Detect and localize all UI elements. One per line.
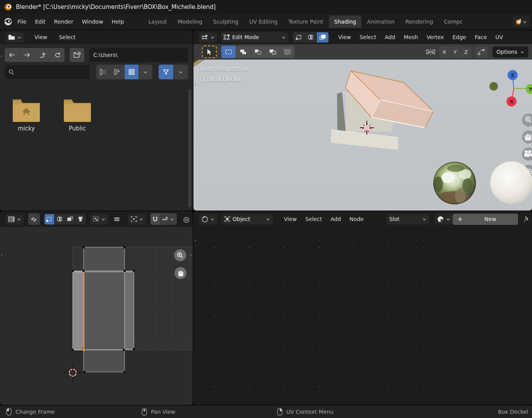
pivot-point-dropdown[interactable] [128, 214, 146, 224]
uv-island-select-button[interactable] [75, 214, 86, 224]
vp-menu-vertex[interactable]: Vertex [422, 33, 448, 42]
tab-shading[interactable]: Shading [329, 15, 362, 28]
vertex-select-mode-button[interactable] [293, 32, 304, 43]
mirror-y-button[interactable]: Y [450, 46, 460, 58]
select-mode-subtract-button[interactable] [250, 46, 265, 58]
forward-button[interactable] [19, 48, 34, 62]
filter-toggle-button[interactable] [159, 65, 173, 79]
panel-expand-arrow[interactable]: › [1, 252, 3, 257]
blender-app-icon[interactable] [3, 17, 13, 27]
shader-menu-select[interactable]: Select [301, 214, 326, 224]
select-mode-invert-button[interactable] [265, 46, 280, 58]
uv-zoom-button[interactable] [174, 249, 186, 261]
tab-uv-editing[interactable]: UV Editing [244, 15, 283, 28]
mirror-z-button[interactable]: Z [460, 46, 471, 58]
back-button[interactable] [5, 48, 19, 62]
shader-menu-add[interactable]: Add [326, 214, 345, 224]
vp-menu-mesh[interactable]: Mesh [400, 33, 423, 42]
menu-edit[interactable]: Edit [31, 17, 50, 27]
snap-settings-dropdown[interactable] [159, 214, 177, 224]
zoom-button[interactable] [522, 113, 532, 127]
horizontal-list-button[interactable] [110, 65, 124, 79]
panel-expand-arrow[interactable]: › [0, 53, 2, 58]
select-mode-intersect-button[interactable] [280, 46, 294, 58]
panel-expand-arrow[interactable]: › [194, 82, 196, 87]
menu-render[interactable]: Render [50, 17, 78, 27]
file-menu-select[interactable]: Select [55, 33, 80, 42]
material-browse-button[interactable] [434, 214, 453, 224]
tab-animation[interactable]: Animation [361, 15, 400, 28]
vertical-list-button[interactable] [96, 65, 110, 79]
vp-menu-edge[interactable]: Edge [448, 33, 470, 42]
editor-type-button[interactable] [199, 32, 217, 43]
uv-sticky-select-dropdown[interactable] [90, 214, 108, 224]
vp-menu-view[interactable]: View [334, 33, 355, 42]
vp-menu-face[interactable]: Face [470, 33, 491, 42]
uv-proportional-edit-icon[interactable]: ◎ [183, 215, 190, 223]
uv-canvas[interactable]: › ‹ [0, 227, 193, 405]
proportional-edit-button[interactable] [475, 46, 488, 58]
menu-window[interactable]: Window [77, 17, 107, 27]
select-mode-set-button[interactable] [221, 46, 236, 58]
shader-menu-view[interactable]: View [280, 214, 301, 224]
uv-editor-type-button[interactable] [5, 214, 24, 224]
tab-compositing[interactable]: Compc [438, 15, 468, 28]
shader-node-canvas[interactable]: › [193, 227, 532, 405]
display-settings-dropdown[interactable] [139, 65, 152, 79]
chevron-down-icon [210, 36, 214, 39]
file-search-field[interactable] [5, 65, 89, 79]
uv-edge-select-button[interactable] [54, 214, 65, 224]
tab-modeling[interactable]: Modeling [172, 15, 208, 28]
axis-ball-neg-y[interactable] [489, 82, 498, 91]
tab-rendering[interactable]: Rendering [400, 15, 439, 28]
up-directory-button[interactable] [34, 48, 50, 62]
mode-dropdown[interactable]: Edit Mode [221, 32, 288, 43]
pin-icon[interactable] [523, 216, 529, 223]
scene-selector-button[interactable] [513, 16, 529, 27]
edge-select-mode-button[interactable] [304, 32, 316, 43]
file-list[interactable]: micky Public [0, 82, 193, 211]
file-menu-view[interactable]: View [30, 33, 51, 42]
panel-expand-arrow[interactable]: › [194, 238, 196, 243]
search-input[interactable] [17, 69, 81, 75]
uv-pan-button[interactable] [174, 267, 186, 279]
file-browser-type-button[interactable] [5, 32, 24, 43]
new-material-button[interactable]: + New [453, 214, 518, 225]
mirror-butterfly-icon[interactable] [426, 48, 436, 56]
folder-item-public[interactable]: Public [57, 99, 98, 132]
face-select-mode-button[interactable] [316, 32, 328, 43]
file-path-field[interactable]: C:\Users\ [89, 48, 188, 62]
viewport-canvas[interactable]: Z X Y [193, 60, 532, 211]
uv-sync-select-button[interactable]: ⇄ [28, 213, 40, 225]
panel-collapse-arrow[interactable]: ‹ [190, 252, 192, 257]
vp-menu-select[interactable]: Select [355, 33, 380, 42]
shader-menu-node[interactable]: Node [345, 214, 368, 224]
snap-toggle-button[interactable] [151, 213, 160, 225]
select-mode-extend-button[interactable] [236, 46, 250, 58]
folder-item-micky[interactable]: micky [6, 99, 46, 132]
view-axis-gizmo[interactable]: Z X Y [489, 70, 532, 106]
refresh-button[interactable] [50, 48, 65, 62]
menu-file[interactable]: File [13, 17, 31, 27]
filter-settings-dropdown[interactable] [173, 65, 188, 79]
uv-editor-icon [8, 216, 15, 222]
uv-vertex-select-button[interactable] [44, 214, 55, 224]
vp-menu-add[interactable]: Add [380, 33, 399, 42]
slot-dropdown[interactable]: Slot [387, 214, 429, 224]
uv-face-select-button[interactable] [65, 214, 75, 224]
file-list-scrollbar[interactable] [188, 89, 191, 207]
uv-selected-vertex[interactable] [82, 348, 86, 352]
menu-help[interactable]: Help [108, 17, 128, 27]
options-dropdown[interactable]: Options [493, 46, 528, 58]
tab-sculpting[interactable]: Sculpting [208, 15, 244, 28]
new-folder-button[interactable] [70, 48, 84, 62]
tab-layout[interactable]: Layout [143, 15, 173, 28]
shader-editor-type-button[interactable] [199, 214, 217, 224]
chevron-down-icon [17, 218, 21, 221]
tab-texture-paint[interactable]: Texture Paint [283, 15, 328, 28]
shader-type-dropdown[interactable]: Object [222, 214, 273, 224]
mirror-x-button[interactable]: X [439, 46, 450, 58]
vp-menu-uv[interactable]: UV [491, 33, 507, 42]
thumbnail-view-button[interactable] [124, 65, 138, 79]
active-tool-select-button[interactable] [202, 46, 217, 58]
